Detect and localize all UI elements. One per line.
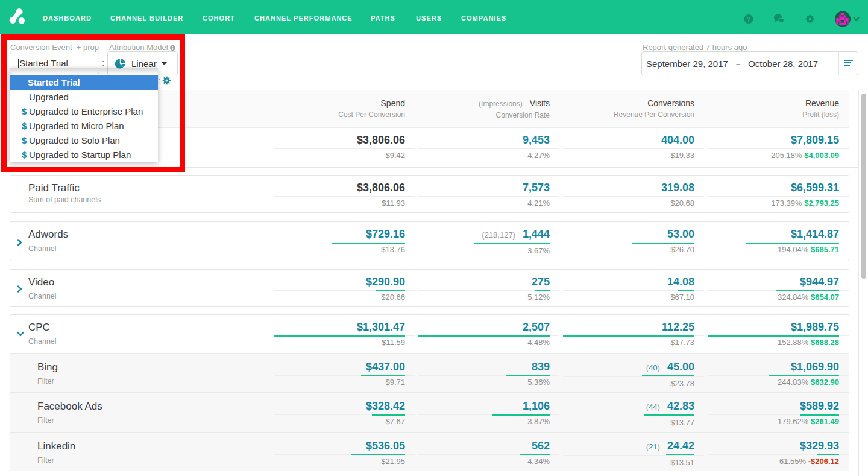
svg-text:?: ?: [747, 16, 751, 23]
